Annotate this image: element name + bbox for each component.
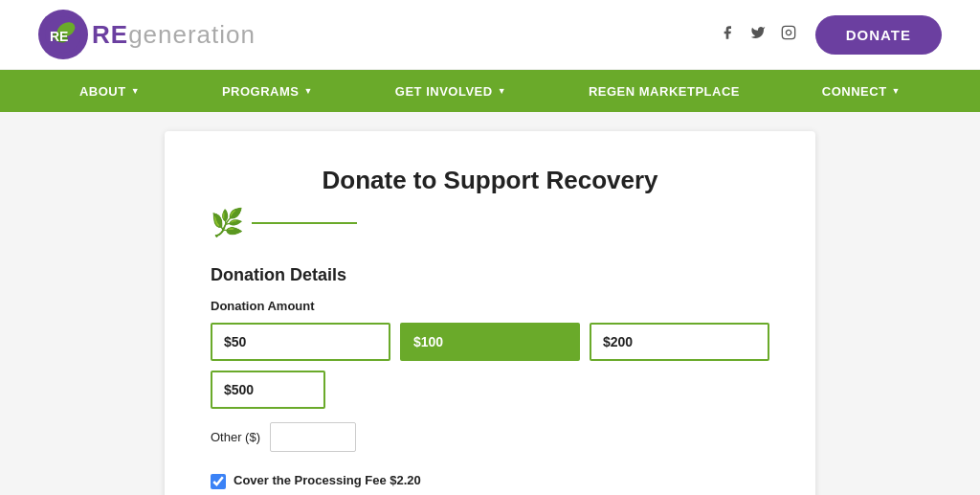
processing-fee-label: Cover the Processing Fee $2.20 xyxy=(234,473,421,487)
nav-item-marketplace[interactable]: REGEN MARKETPLACE xyxy=(579,70,749,112)
programs-caret: ▼ xyxy=(304,86,313,96)
navbar: ABOUT ▼ PROGRAMS ▼ GET INVOLVED ▼ REGEN … xyxy=(0,70,980,112)
about-caret: ▼ xyxy=(131,86,140,96)
get-involved-caret: ▼ xyxy=(498,86,506,96)
leaf-divider: 🌿 xyxy=(211,207,769,238)
amount-50[interactable]: $50 xyxy=(211,323,390,361)
amount-label: Donation Amount xyxy=(211,299,769,313)
processing-fee-row: Cover the Processing Fee $2.20 xyxy=(211,473,769,489)
nav-item-connect[interactable]: CONNECT ▼ xyxy=(813,70,910,112)
donate-button[interactable]: DONATE xyxy=(815,15,942,55)
nav-item-programs[interactable]: PROGRAMS ▼ xyxy=(212,70,323,112)
nav-item-about[interactable]: ABOUT ▼ xyxy=(70,70,149,112)
nav-item-get-involved[interactable]: GET INVOLVED ▼ xyxy=(386,70,516,112)
processing-fee-checkbox[interactable] xyxy=(211,474,226,489)
other-input[interactable] xyxy=(270,422,356,452)
logo-text: REgeneration xyxy=(92,20,256,50)
other-row: Other ($) xyxy=(211,422,769,452)
amount-second-row: $500 xyxy=(211,371,769,409)
facebook-icon[interactable] xyxy=(720,25,735,44)
amount-200[interactable]: $200 xyxy=(590,323,769,361)
svg-text:RE: RE xyxy=(50,29,68,44)
donation-card: Donate to Support Recovery 🌿 Donation De… xyxy=(165,131,815,495)
amount-grid: $50 $100 $200 xyxy=(211,323,769,361)
amount-500[interactable]: $500 xyxy=(211,371,325,409)
leaf-icon: 🌿 xyxy=(211,207,244,238)
amount-100[interactable]: $100 xyxy=(400,323,580,361)
header-right: DONATE xyxy=(720,15,942,55)
leaf-line xyxy=(252,222,357,224)
twitter-icon[interactable] xyxy=(750,25,766,44)
logo-circle: RE xyxy=(38,10,88,59)
svg-rect-4 xyxy=(782,26,794,38)
header: RE REgeneration DONATE xyxy=(0,0,980,70)
section-title: Donation Details xyxy=(211,265,769,285)
main-content: Donate to Support Recovery 🌿 Donation De… xyxy=(0,112,980,495)
connect-caret: ▼ xyxy=(892,86,901,96)
logo-area: RE REgeneration xyxy=(38,10,256,59)
instagram-icon[interactable] xyxy=(781,25,796,44)
card-title: Donate to Support Recovery xyxy=(211,166,769,195)
other-label: Other ($) xyxy=(211,430,260,444)
social-icons xyxy=(720,25,796,44)
